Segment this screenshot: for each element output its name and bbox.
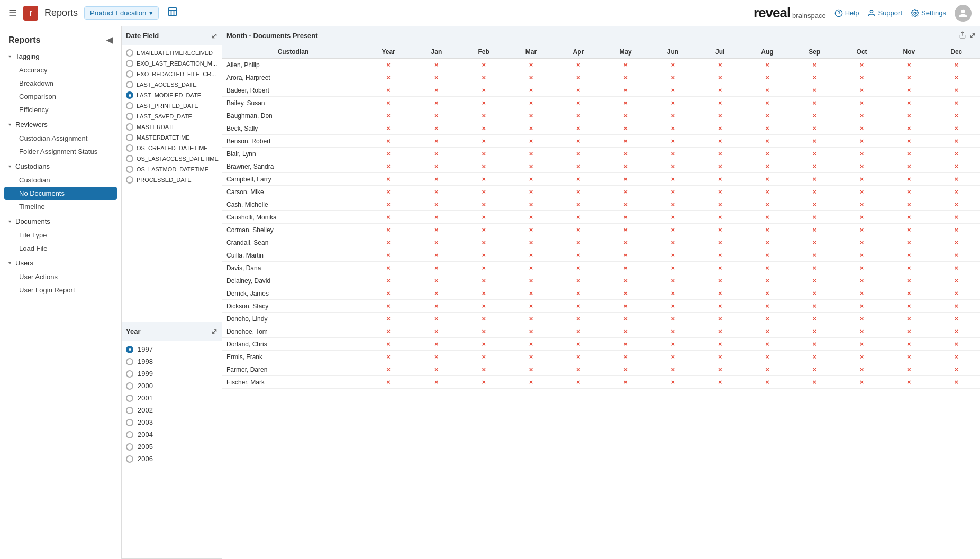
cell-month: ×: [413, 325, 460, 338]
cell-month: ×: [791, 109, 838, 122]
radio-last-saved[interactable]: [126, 113, 133, 120]
cell-month: ×: [933, 198, 980, 211]
radio-1998[interactable]: [126, 358, 133, 365]
sidebar-item-folder-assignment-status[interactable]: Folder Assignment Status: [0, 145, 121, 158]
list-item[interactable]: LAST_SAVED_DATE: [122, 111, 222, 122]
radio-1997[interactable]: [126, 346, 133, 353]
cell-month: ×: [649, 109, 696, 122]
radio-2002[interactable]: [126, 407, 133, 414]
list-item[interactable]: LAST_MODIFIED_DATE: [122, 90, 222, 100]
list-item[interactable]: EXO_REDACTED_FILE_CR...: [122, 69, 222, 79]
radio-2006[interactable]: [126, 455, 133, 463]
list-item[interactable]: MASTERDATE: [122, 122, 222, 132]
radio-processed-date[interactable]: [126, 176, 133, 184]
list-item[interactable]: LAST_ACCESS_DATE: [122, 79, 222, 90]
sidebar-group-header-documents[interactable]: ▾ Documents: [0, 214, 121, 228]
list-item[interactable]: EMAILDATETIMERECEIVED: [122, 48, 222, 58]
cell-month: ×: [555, 224, 602, 236]
radio-2003[interactable]: [126, 419, 133, 426]
sidebar-item-user-actions[interactable]: User Actions: [0, 270, 121, 283]
sidebar-group-header-tagging[interactable]: ▾ Tagging: [0, 49, 121, 63]
expand-icon[interactable]: ⤢: [211, 32, 217, 40]
radio-2005[interactable]: [126, 443, 133, 451]
radio-last-modified[interactable]: [126, 91, 133, 99]
cell-month: ×: [413, 59, 460, 71]
chart-icon[interactable]: [167, 6, 178, 20]
cell-month: ×: [791, 236, 838, 249]
sidebar-item-no-documents[interactable]: No Documents: [4, 187, 117, 200]
cell-month: ×: [885, 274, 932, 287]
list-item[interactable]: 2002: [122, 404, 222, 416]
sidebar-item-file-type[interactable]: File Type: [0, 228, 121, 242]
radio-last-printed[interactable]: [126, 102, 133, 109]
list-item[interactable]: 1998: [122, 355, 222, 368]
cell-month: ×: [555, 211, 602, 224]
radio-2004[interactable]: [126, 431, 133, 438]
list-item[interactable]: 1999: [122, 368, 222, 380]
cell-month: ×: [460, 173, 507, 186]
list-item[interactable]: LAST_PRINTED_DATE: [122, 100, 222, 111]
cell-month: ×: [507, 173, 555, 186]
table-row: Dickson, Stacy×××××××××××××: [222, 300, 980, 313]
radio-last-access[interactable]: [126, 81, 133, 88]
cell-month: ×: [649, 173, 696, 186]
list-item[interactable]: 2001: [122, 392, 222, 404]
sidebar-group-header-reviewers[interactable]: ▾ Reviewers: [0, 117, 121, 132]
list-item[interactable]: 2000: [122, 380, 222, 392]
svg-point-3: [870, 10, 873, 13]
radio-exo-last-redaction[interactable]: [126, 60, 133, 67]
sidebar-item-load-file[interactable]: Load File: [0, 242, 121, 255]
sidebar-item-user-login-report[interactable]: User Login Report: [0, 283, 121, 297]
settings-button[interactable]: Settings: [911, 9, 946, 17]
cell-month: ×: [602, 122, 649, 135]
radio-os-lastmod[interactable]: [126, 166, 133, 173]
sidebar-item-comparison[interactable]: Comparison: [0, 90, 121, 103]
cell-month: ×: [413, 173, 460, 186]
hamburger-icon[interactable]: ☰: [8, 7, 17, 19]
list-item[interactable]: 1997: [122, 343, 222, 355]
cell-month: ×: [743, 109, 791, 122]
radio-exo-redacted[interactable]: [126, 70, 133, 78]
list-item[interactable]: EXO_LAST_REDACTION_M...: [122, 58, 222, 69]
cell-month: ×: [743, 135, 791, 148]
radio-os-lastaccess[interactable]: [126, 155, 133, 162]
help-button[interactable]: Help: [834, 9, 859, 17]
sidebar-item-efficiency[interactable]: Efficiency: [0, 103, 121, 116]
list-item[interactable]: 2003: [122, 416, 222, 428]
list-item[interactable]: 2004: [122, 428, 222, 441]
sidebar-item-breakdown[interactable]: Breakdown: [0, 77, 121, 90]
list-item[interactable]: OS_LASTMOD_DATETIME: [122, 164, 222, 175]
radio-2000[interactable]: [126, 382, 133, 390]
list-item[interactable]: OS_LASTACCESS_DATETIME: [122, 153, 222, 164]
cell-month: ×: [649, 211, 696, 224]
sidebar-item-custodian-assignment[interactable]: Custodian Assignment: [0, 132, 121, 145]
list-item[interactable]: 2006: [122, 453, 222, 465]
share-icon[interactable]: [959, 31, 966, 40]
radio-masterdate[interactable]: [126, 123, 133, 131]
sidebar-item-custodian[interactable]: Custodian: [0, 173, 121, 187]
list-item[interactable]: MASTERDATETIME: [122, 132, 222, 143]
expand-icon[interactable]: ⤢: [211, 327, 217, 336]
support-button[interactable]: Support: [867, 9, 902, 17]
radio-masterdatetime[interactable]: [126, 134, 133, 141]
list-item[interactable]: PROCESSED_DATE: [122, 175, 222, 185]
radio-os-created[interactable]: [126, 144, 133, 152]
avatar[interactable]: [955, 5, 972, 22]
sidebar-group-header-users[interactable]: ▾ Users: [0, 256, 121, 270]
project-selector[interactable]: Product Education ▾: [84, 6, 159, 20]
list-item[interactable]: OS_CREATED_DATETIME: [122, 143, 222, 153]
sidebar-group-header-custodians[interactable]: ▾ Custodians: [0, 159, 121, 173]
sidebar: Reports ◀ ▾ Tagging Accuracy Breakdown C…: [0, 26, 122, 559]
expand-icon[interactable]: ⤢: [969, 31, 976, 40]
cell-month: ×: [413, 211, 460, 224]
radio-emaildatetime[interactable]: [126, 49, 133, 57]
sidebar-collapse-icon[interactable]: ◀: [106, 35, 113, 45]
sidebar-item-accuracy[interactable]: Accuracy: [0, 63, 121, 77]
sidebar-item-timeline[interactable]: Timeline: [0, 200, 121, 213]
svg-rect-0: [169, 8, 177, 16]
cell-month: ×: [885, 160, 932, 173]
radio-2001[interactable]: [126, 395, 133, 402]
list-item[interactable]: 2005: [122, 441, 222, 453]
cell-year: ×: [364, 376, 413, 389]
radio-1999[interactable]: [126, 370, 133, 378]
